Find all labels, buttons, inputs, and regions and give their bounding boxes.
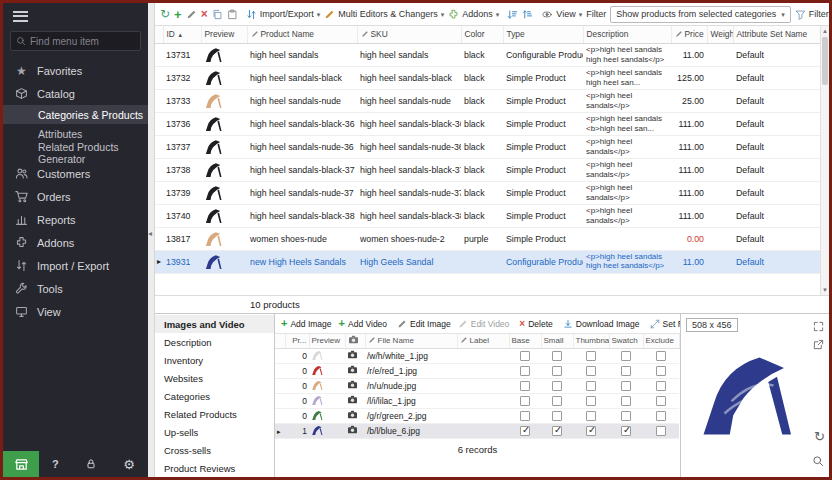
product-row[interactable]: 13740high heel sandals-black-38high heel… [155,204,820,227]
sort-ascending-button[interactable] [507,9,518,20]
edit-image-button[interactable]: Edit Image [395,319,453,329]
base-checkbox[interactable] [520,366,530,376]
help-icon[interactable]: ? [52,458,59,470]
swatch-checkbox[interactable] [621,351,631,361]
product-row[interactable]: 13733high heel sandals-nudehigh heel san… [155,89,820,112]
tab-categories[interactable]: Categories [155,387,274,405]
tab-websites[interactable]: Websites [155,369,274,387]
fullscreen-button[interactable] [813,318,824,336]
lock-icon[interactable] [85,458,97,470]
product-row[interactable]: 13738high heel sandals-black-37high heel… [155,158,820,181]
sidebar-splitter[interactable]: ◂ [148,3,155,477]
sidebar-item-reports[interactable]: Reports [3,208,148,231]
base-checkbox[interactable] [520,411,530,421]
thumbnail-checkbox[interactable] [586,411,596,421]
exclude-checkbox[interactable] [656,426,666,436]
column-header-base[interactable]: Base [509,334,541,348]
tab-inventory[interactable]: Inventory [155,351,274,369]
sidebar-item-related-products-generator[interactable]: Related Products Generator [3,143,148,162]
swatch-checkbox[interactable] [621,381,631,391]
column-header-price[interactable]: Price [671,26,707,43]
tab-product-reviews[interactable]: Product Reviews [155,459,274,477]
small-checkbox[interactable] [552,366,562,376]
zoom-button[interactable] [812,453,824,471]
column-header-file-name[interactable]: File Name [365,334,457,348]
column-header-sku[interactable]: SKU [357,26,461,43]
tab-description[interactable]: Description [155,333,274,351]
small-checkbox[interactable] [552,426,562,436]
small-checkbox[interactable] [552,381,562,391]
edit-video-button[interactable]: Edit Video [456,319,512,329]
image-row-selected[interactable]: ▸1/b/l/blue_6.jpg [275,423,679,438]
addons-menu[interactable]: Addons▾ [448,9,499,20]
tab-related-products[interactable]: Related Products [155,405,274,423]
menu-search-input[interactable] [30,36,135,47]
product-row[interactable]: 13739high heel sandals-nude-37high heel … [155,181,820,204]
exclude-checkbox[interactable] [656,381,666,391]
scrollbar-thumb[interactable] [822,37,828,85]
product-row[interactable]: 13737high heel sandals-nude-36high heel … [155,135,820,158]
sidebar-item-import-export[interactable]: Import / Export [3,254,148,277]
small-checkbox[interactable] [552,411,562,421]
rotate-image-button[interactable]: ↻ [814,430,825,443]
swatch-checkbox[interactable] [621,366,631,376]
sidebar-item-view[interactable]: View [3,300,148,323]
column-header-camera[interactable] [345,334,365,348]
small-checkbox[interactable] [552,396,562,406]
image-row[interactable]: 0/g/r/green_2.jpg [275,408,679,423]
sidebar-item-favorites[interactable]: ★Favorites [3,59,148,82]
small-checkbox[interactable] [552,351,562,361]
product-row[interactable]: 13731high heel sandalshigh heel sandalsb… [155,43,820,66]
paste-button[interactable] [227,9,238,20]
product-row[interactable]: 13732high heel sandals-blackhigh heel sa… [155,66,820,89]
open-external-button[interactable] [813,336,824,354]
column-header-thumbnail[interactable]: Thumbna [573,334,609,348]
column-header-type[interactable]: Type [503,26,583,43]
sidebar-item-categories-products[interactable]: Categories & Products [3,105,148,124]
menu-toggle-button[interactable] [3,3,148,29]
thumbnail-checkbox[interactable] [586,426,596,436]
product-row[interactable]: 13736high heel sandals-black-36high heel… [155,112,820,135]
image-row[interactable]: 0/n/u/nude.jpg [275,378,679,393]
sidebar-item-orders[interactable]: Orders [3,185,148,208]
collapse-handle-icon[interactable]: ◂ [148,229,152,238]
add-product-button[interactable]: + [174,8,182,21]
set-resize-rule-button[interactable]: Set Resize Rule▾ [648,319,680,329]
delete-product-button[interactable]: × [201,8,208,20]
sidebar-item-addons[interactable]: Addons [3,231,148,254]
thumbnail-checkbox[interactable] [586,381,596,391]
swatch-checkbox[interactable] [621,396,631,406]
column-header-color[interactable]: Color [461,26,503,43]
exclude-checkbox[interactable] [656,351,666,361]
import-export-menu[interactable]: Import/Export▾ [246,9,321,20]
add-video-button[interactable]: +Add Video [337,318,390,329]
column-header-label[interactable]: Label [457,334,509,348]
scroll-down-icon[interactable]: ▼ [821,285,829,295]
add-image-button[interactable]: +Add Image [279,318,334,329]
tab-images-and-video[interactable]: Images and Video [155,315,274,333]
tab-cross-sells[interactable]: Cross-sells [155,441,274,459]
sort-descending-button[interactable] [522,9,533,20]
base-checkbox[interactable] [520,426,530,436]
filters-menu[interactable]: Filters▾ [795,9,829,20]
column-header-id[interactable]: ID ▲ [163,26,201,43]
column-header-description[interactable]: Description [583,26,671,43]
copy-button[interactable] [212,9,223,20]
product-row[interactable]: 13817women shoes-nudewomen shoes-nude-2p… [155,227,820,250]
image-row[interactable]: 0/r/e/red_1.jpg [275,363,679,378]
view-menu[interactable]: View▾ [541,9,582,20]
exclude-checkbox[interactable] [656,366,666,376]
image-row[interactable]: 0/w/h/white_1.jpg [275,348,679,363]
column-header-attribute-set[interactable]: Attribute Set Name [733,26,820,43]
thumbnail-checkbox[interactable] [586,396,596,406]
column-header-weight[interactable]: Weight [707,26,733,43]
exclude-checkbox[interactable] [656,411,666,421]
refresh-button[interactable]: ↻ [160,8,170,20]
tab-up-sells[interactable]: Up-sells [155,423,274,441]
multi-editors-menu[interactable]: Multi Editors & Changers▾ [324,9,444,20]
thumbnail-checkbox[interactable] [586,366,596,376]
exclude-checkbox[interactable] [656,396,666,406]
sidebar-item-tools[interactable]: Tools [3,277,148,300]
column-header-preview[interactable]: Preview [201,26,247,43]
grid-scrollbar[interactable]: ▲ ▼ [820,26,829,295]
